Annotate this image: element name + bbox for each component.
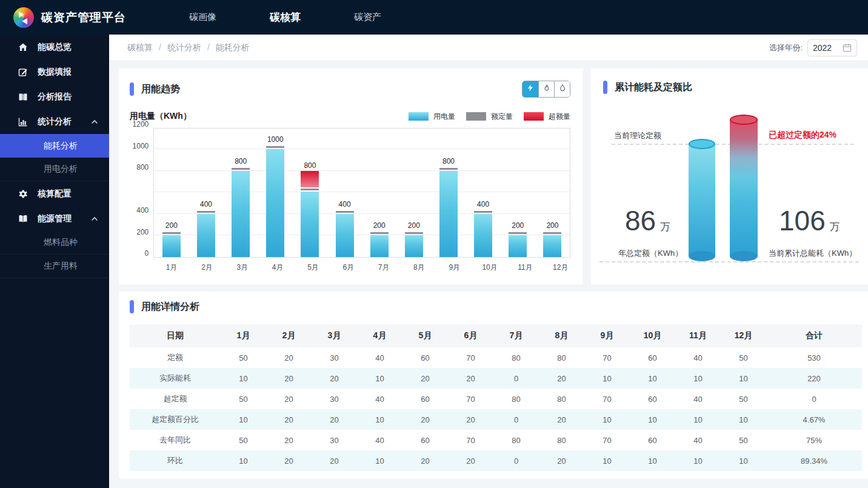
book-icon: [18, 214, 28, 224]
bar-value-label: 400: [339, 200, 351, 209]
breadcrumb-item[interactable]: 碳核算: [127, 42, 153, 53]
top-navbar: 碳资产管理平台 碳画像碳核算碳资产: [0, 0, 868, 35]
legend-item[interactable]: 用电量: [409, 112, 455, 122]
breadcrumb-separator: /: [207, 42, 210, 53]
sidebar-item-accounting-config[interactable]: 核算配置: [0, 181, 109, 206]
sidebar-subitem-electricity-analysis[interactable]: 用电分析: [0, 158, 109, 181]
bar-2月[interactable]: 400: [189, 129, 223, 257]
y-tick-label: 200: [136, 228, 149, 236]
sidebar-item-statistical-analysis[interactable]: 统计分析: [0, 109, 109, 134]
value-cell: 20: [448, 409, 493, 430]
bar-10月[interactable]: 400: [466, 129, 501, 257]
value-cell: 50: [721, 389, 766, 409]
rated-cap-marker: [370, 232, 389, 234]
breadcrumb: 碳核算/统计分析/能耗分析: [127, 42, 250, 53]
y-tick-label: 800: [136, 163, 149, 172]
value-cell: 20: [539, 409, 584, 430]
bar-7月[interactable]: 200: [362, 129, 396, 257]
value-cell: 70: [584, 347, 630, 368]
excess-segment: [301, 171, 319, 187]
sidebar-item-label: 核算配置: [38, 189, 72, 199]
legend-item[interactable]: 超额量: [524, 112, 570, 122]
topnav-item-carbon-portrait[interactable]: 碳画像: [189, 12, 216, 23]
year-select[interactable]: 2022: [807, 39, 857, 56]
value-cell: 60: [402, 347, 448, 368]
table-column-header: 10月: [630, 324, 675, 347]
fire-toggle[interactable]: [538, 81, 554, 97]
bar-11月[interactable]: 200: [501, 129, 535, 257]
report-icon: [18, 92, 28, 102]
sidebar-item-analysis-report[interactable]: 分析报告: [0, 84, 109, 109]
table-column-header: 合计: [766, 324, 862, 347]
legend-label: 额定量: [491, 112, 513, 122]
chevron-up-icon: [91, 215, 98, 224]
value-cell: 10: [357, 409, 402, 430]
section-marker: [130, 82, 134, 96]
breadcrumb-item[interactable]: 统计分析: [167, 42, 201, 53]
y-tick-label: 1200: [133, 120, 149, 129]
value-cell: 20: [402, 368, 448, 389]
table-row: 定额502030406070808070604050530: [130, 347, 862, 368]
value-cell: 10: [675, 368, 721, 389]
bar-chart-plot: 2004008001000800400200200800400200200: [153, 128, 570, 258]
usage-segment: [509, 235, 527, 257]
over-quota-label: 已超过定额的24%: [769, 130, 836, 141]
table-column-header: 4月: [357, 324, 402, 347]
value-cell: 80: [539, 389, 584, 409]
app-title: 碳资产管理平台: [41, 10, 126, 25]
sidebar-item-data-reporting[interactable]: 数据填报: [0, 59, 109, 84]
rated-cap-marker: [197, 211, 215, 213]
bar-9月[interactable]: 800: [431, 129, 466, 257]
table-column-header: 1月: [221, 324, 266, 347]
sidebar-item-energy-carbon-overview[interactable]: 能碳总览: [0, 35, 109, 59]
sidebar-item-energy-management[interactable]: 能源管理: [0, 206, 109, 231]
sidebar-item-label: 能碳总览: [38, 42, 72, 53]
value-cell: 40: [675, 389, 721, 409]
x-tick-label: 11月: [507, 262, 542, 273]
value-cell: 20: [312, 368, 357, 389]
total-consumption-number: 106 万: [779, 204, 840, 237]
bar-5月[interactable]: 800: [293, 129, 327, 257]
bar-8月[interactable]: 200: [396, 129, 431, 257]
usage-segment: [301, 192, 319, 257]
sidebar-subitem-fuel-type[interactable]: 燃料品种: [0, 231, 109, 255]
usage-segment: [474, 214, 492, 257]
cumulative-summary-card: 累计能耗及定额比 当前理论定额 已超过定额的24%: [591, 69, 868, 284]
x-tick-label: 7月: [366, 262, 401, 273]
topnav-item-carbon-asset[interactable]: 碳资产: [354, 12, 381, 23]
usage-segment: [439, 171, 458, 257]
total-quota-number: 86 万: [625, 204, 670, 237]
y-tick-label: 0: [145, 249, 149, 258]
breadcrumb-item[interactable]: 能耗分析: [216, 42, 250, 53]
topnav-item-carbon-accounting[interactable]: 碳核算: [270, 10, 301, 24]
y-tick-label: 400: [136, 206, 149, 215]
usage-segment: [370, 235, 389, 257]
bar-value-label: 200: [512, 221, 524, 230]
bar-12月[interactable]: 200: [535, 129, 570, 257]
table-column-header: 日期: [130, 324, 221, 347]
value-cell: 40: [357, 347, 402, 368]
bar-4月[interactable]: 1000: [258, 129, 293, 257]
legend-item[interactable]: 额定量: [466, 112, 513, 122]
bar-6月[interactable]: 400: [327, 129, 362, 257]
value-cell: 80: [493, 430, 539, 450]
flame-icon: [542, 84, 551, 95]
table-column-header: 9月: [584, 324, 630, 347]
value-cell: 10: [721, 368, 766, 389]
home-icon: [18, 42, 28, 52]
rated-cap-marker: [439, 168, 458, 170]
value-cell: 60: [630, 389, 675, 409]
usage-segment: [162, 235, 181, 257]
rated-cap-marker: [266, 146, 284, 148]
x-tick-label: 1月: [154, 262, 189, 273]
value-cell: 20: [266, 389, 312, 409]
value-cell: 50: [221, 389, 266, 409]
bar-3月[interactable]: 800: [224, 129, 258, 257]
rated-cap-marker: [336, 211, 354, 213]
water-toggle[interactable]: [554, 81, 570, 97]
bar-1月[interactable]: 200: [154, 129, 189, 257]
sidebar-subitem-energy-analysis[interactable]: 能耗分析: [0, 134, 109, 158]
sidebar-subitem-production-material[interactable]: 生产用料: [0, 255, 109, 278]
value-cell: 20: [539, 450, 584, 471]
electricity-toggle[interactable]: [522, 81, 538, 97]
